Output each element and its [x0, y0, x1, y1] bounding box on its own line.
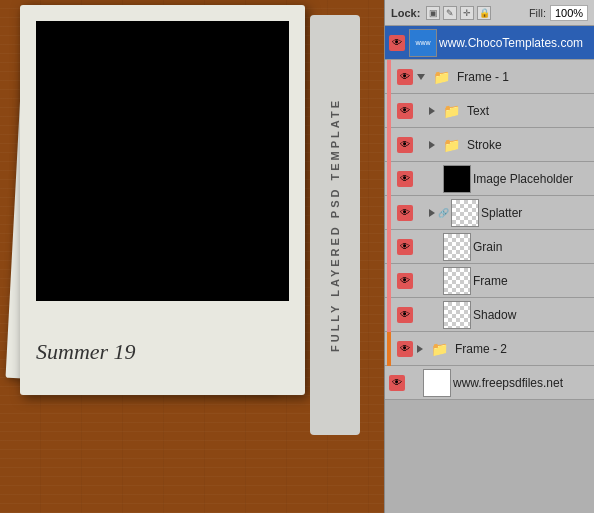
pink-side-bar — [387, 264, 391, 298]
layer-row[interactable]: 📁 Frame - 1 — [385, 60, 594, 94]
layer-thumbnail — [423, 369, 451, 397]
fill-section: Fill: — [529, 5, 588, 21]
expand-arrow-icon[interactable] — [429, 141, 435, 149]
layer-name: www.ChocoTemplates.com — [439, 36, 592, 50]
background: Summer 19 FULLY LAYERED PSD TEMPLATE Loc… — [0, 0, 594, 513]
panel-topbar: Lock: ▣ ✎ ✛ 🔒 Fill: — [385, 0, 594, 26]
pink-side-bar — [387, 162, 391, 196]
eye-column[interactable] — [387, 375, 407, 391]
layer-thumbnail — [451, 199, 479, 227]
pink-side-bar — [387, 128, 391, 162]
polaroid-main: Summer 19 — [20, 5, 305, 395]
layer-thumbnail: 📁 — [427, 63, 455, 91]
eye-icon[interactable] — [397, 69, 413, 85]
eye-column[interactable] — [395, 273, 415, 289]
lock-icons: ▣ ✎ ✛ 🔒 — [426, 6, 491, 20]
eye-column[interactable] — [387, 35, 407, 51]
layer-name: Stroke — [467, 138, 592, 152]
expand-arrow-icon[interactable] — [429, 107, 435, 115]
layers-panel: Lock: ▣ ✎ ✛ 🔒 Fill: www ww — [384, 0, 594, 513]
layer-row[interactable]: www www.ChocoTemplates.com — [385, 26, 594, 60]
layer-thumbnail — [443, 165, 471, 193]
layer-row[interactable]: 🔗 Splatter — [385, 196, 594, 230]
layer-row[interactable]: Frame — [385, 264, 594, 298]
layer-thumbnail: 📁 — [425, 335, 453, 363]
layer-thumbnail — [443, 301, 471, 329]
eye-column[interactable] — [395, 307, 415, 323]
eye-icon[interactable] — [397, 341, 413, 357]
eye-column[interactable] — [395, 69, 415, 85]
layer-row[interactable]: Grain — [385, 230, 594, 264]
eye-icon[interactable] — [397, 103, 413, 119]
expand-arrow-icon[interactable] — [417, 345, 423, 353]
layer-thumbnail: 📁 — [437, 97, 465, 125]
pink-side-bar — [387, 60, 391, 94]
layer-thumbnail — [443, 267, 471, 295]
layer-thumbnail: www — [409, 29, 437, 57]
layer-name: Grain — [473, 240, 592, 254]
orange-side-bar — [387, 332, 391, 366]
layers-list: www www.ChocoTemplates.com 📁 Frame - 1 — [385, 26, 594, 513]
pink-side-bar — [387, 94, 391, 128]
lock-all-icon[interactable]: 🔒 — [477, 6, 491, 20]
layer-row[interactable]: 📁 Stroke — [385, 128, 594, 162]
layer-thumbnail: 📁 — [437, 131, 465, 159]
eye-icon[interactable] — [397, 307, 413, 323]
layer-name: Shadow — [473, 308, 592, 322]
layer-row[interactable]: www.freepsdfiles.net — [385, 366, 594, 400]
eye-column[interactable] — [395, 205, 415, 221]
layer-name: Frame - 1 — [457, 70, 592, 84]
layer-name: www.freepsdfiles.net — [453, 376, 592, 390]
fill-label: Fill: — [529, 7, 546, 19]
eye-icon[interactable] — [397, 273, 413, 289]
layer-row[interactable]: 📁 Frame - 2 — [385, 332, 594, 366]
eye-column[interactable] — [395, 239, 415, 255]
layer-name: Splatter — [481, 206, 592, 220]
expand-arrow-icon[interactable] — [429, 209, 435, 217]
layer-name: Frame — [473, 274, 592, 288]
layer-row[interactable]: Image Placeholder — [385, 162, 594, 196]
lock-label: Lock: — [391, 7, 420, 19]
pink-side-bar — [387, 196, 391, 230]
layer-name: Text — [467, 104, 592, 118]
vertical-label: FULLY LAYERED PSD TEMPLATE — [310, 15, 360, 435]
pink-side-bar — [387, 298, 391, 332]
eye-icon[interactable] — [389, 375, 405, 391]
layer-row[interactable]: 📁 Text — [385, 94, 594, 128]
lock-box-icon[interactable]: ▣ — [426, 6, 440, 20]
eye-column[interactable] — [395, 137, 415, 153]
eye-icon[interactable] — [397, 205, 413, 221]
eye-icon[interactable] — [389, 35, 405, 51]
fill-input[interactable] — [550, 5, 588, 21]
layer-thumbnail — [443, 233, 471, 261]
eye-icon[interactable] — [397, 239, 413, 255]
eye-icon[interactable] — [397, 137, 413, 153]
expand-arrow-icon[interactable] — [417, 74, 425, 80]
eye-column[interactable] — [395, 103, 415, 119]
eye-column[interactable] — [395, 341, 415, 357]
lock-move-icon[interactable]: ✎ — [443, 6, 457, 20]
lock-pixel-icon[interactable]: ✛ — [460, 6, 474, 20]
link-icon: 🔗 — [437, 208, 449, 218]
eye-icon[interactable] — [397, 171, 413, 187]
layer-row[interactable]: Shadow — [385, 298, 594, 332]
layer-name: Image Placeholder — [473, 172, 592, 186]
polaroid-caption: Summer 19 — [36, 339, 289, 365]
layer-name: Frame - 2 — [455, 342, 592, 356]
eye-column[interactable] — [395, 171, 415, 187]
polaroid-photo — [36, 21, 289, 301]
pink-side-bar — [387, 230, 391, 264]
